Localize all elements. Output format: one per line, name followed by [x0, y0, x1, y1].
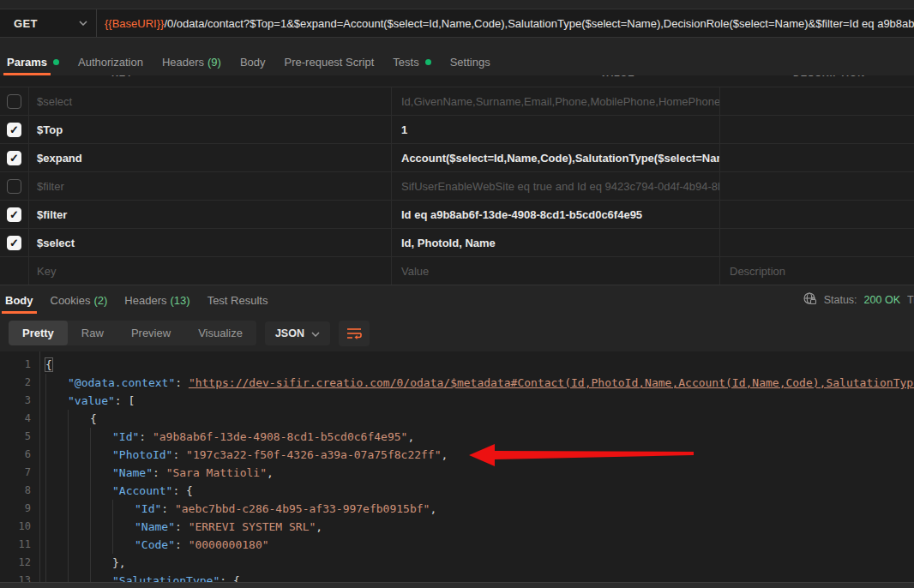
- indent-guide: [90, 446, 91, 464]
- tab-tests[interactable]: Tests: [386, 48, 442, 75]
- odata-context-link[interactable]: "https://dev-sifir.creatio.com/0/odata/$…: [189, 376, 914, 389]
- line-number: 7: [0, 464, 31, 482]
- code-token: "Code": [135, 538, 175, 551]
- code-line: 12},: [0, 554, 914, 572]
- code-token: "Id": [135, 502, 161, 515]
- code-text: "Id": "aebc7bbd-c286-4b95-af33-997efb091…: [135, 500, 436, 518]
- code-token: "ERREVI SYSTEM SRL": [189, 520, 316, 533]
- param-description-cell[interactable]: [720, 144, 914, 171]
- line-number: 11: [0, 536, 31, 554]
- tab-label-group: Headers(13): [124, 286, 189, 314]
- indent-guide: [45, 554, 46, 572]
- response-meta: Status: 200 OK Time: [803, 291, 914, 309]
- tab-label-group: Body: [240, 48, 266, 75]
- param-description-cell[interactable]: [720, 201, 914, 228]
- code-text: "Code": "0000000180": [135, 536, 269, 554]
- tab-headers[interactable]: Headers(9): [155, 48, 233, 75]
- row-checkbox-cell: ✓: [0, 229, 29, 256]
- line-number: 6: [0, 446, 31, 464]
- row-checkbox-cell: [0, 87, 29, 115]
- response-tab-body[interactable]: Body: [0, 285, 45, 315]
- param-value-cell[interactable]: Id,GivenName,Surname,Email,Phone,MobileP…: [392, 87, 720, 115]
- checkbox-unchecked[interactable]: [7, 94, 21, 109]
- response-tab-headers[interactable]: Headers(13): [119, 285, 201, 315]
- code-token: {: [45, 358, 52, 371]
- param-key-cell[interactable]: Key: [29, 257, 392, 285]
- indent-guide: [45, 428, 46, 446]
- response-tab-cookies[interactable]: Cookies(2): [45, 285, 120, 315]
- line-number: 13: [0, 572, 31, 582]
- param-key-cell[interactable]: $Top: [29, 116, 392, 143]
- code-token: "aebc7bbd-c286-4b95-af33-997efb0915bf": [175, 502, 430, 515]
- param-value-cell[interactable]: 1: [392, 116, 720, 143]
- response-header: BodyCookies(2)Headers(13)Test Results St…: [0, 285, 914, 315]
- tab-pre-request-script[interactable]: Pre-request Script: [278, 48, 387, 75]
- status-label: Status:: [824, 294, 857, 306]
- param-key-cell[interactable]: $filter: [29, 172, 392, 200]
- param-key-cell[interactable]: $filter: [29, 201, 392, 228]
- request-url-bar: GET {{BaseURI}}/0/odata/contact?$Top=1&$…: [0, 9, 914, 38]
- table-row: ✓$expandAccount($select=Id,Name,Code),Sa…: [0, 144, 914, 172]
- code-token: ,: [442, 448, 448, 461]
- indent-guide: [90, 482, 91, 500]
- code-token: "value": [68, 394, 115, 407]
- code-token: "Account": [112, 484, 172, 497]
- method-selector[interactable]: GET: [0, 9, 97, 37]
- tab-label: Headers: [124, 294, 166, 307]
- view-mode-raw[interactable]: Raw: [68, 321, 117, 345]
- param-value-cell[interactable]: Value: [392, 257, 720, 285]
- row-checkbox-cell: [0, 257, 29, 285]
- checkbox-checked[interactable]: ✓: [7, 207, 21, 222]
- response-toolbar: PrettyRawPreviewVisualize JSON: [0, 315, 914, 351]
- table-row: $selectId,GivenName,Surname,Email,Phone,…: [0, 87, 914, 116]
- code-line: 5"Id": "a9b8ab6f-13de-4908-8cd1-b5cd0c6f…: [0, 428, 914, 446]
- green-dot-indicator: [425, 59, 431, 65]
- param-value-cell[interactable]: Id eq a9b8ab6f-13de-4908-8cd1-b5cd0c6f4e…: [392, 201, 720, 228]
- code-line: 2"@odata.context": "https://dev-sifir.cr…: [0, 374, 914, 392]
- checkbox-checked[interactable]: ✓: [7, 123, 21, 137]
- tab-label-group: Body: [5, 286, 33, 314]
- param-description-cell[interactable]: [720, 172, 914, 200]
- params-table-header: KEY VALUE DESCRIPTION: [0, 75, 914, 87]
- indent-guide: [68, 518, 69, 536]
- response-tab-test-results[interactable]: Test Results: [202, 285, 280, 315]
- view-mode-pretty[interactable]: Pretty: [9, 321, 68, 345]
- view-mode-visualize[interactable]: Visualize: [184, 321, 256, 345]
- checkbox-unchecked[interactable]: [7, 179, 21, 194]
- param-value-cell[interactable]: SifUserEnableWebSite eq true and Id eq 9…: [392, 172, 720, 200]
- code-line: 4{: [0, 410, 914, 428]
- tab-label: Body: [5, 294, 33, 307]
- indent-guide: [68, 554, 69, 572]
- url-input[interactable]: {{BaseURI}}/0/odata/contact?$Top=1&$expa…: [97, 9, 914, 37]
- param-description-cell[interactable]: Description: [720, 257, 914, 285]
- param-key-cell[interactable]: $select: [29, 87, 392, 115]
- tab-label-group: Headers(9): [162, 48, 221, 75]
- code-text: },: [112, 554, 126, 572]
- param-value-cell[interactable]: Account($select=Id,Name,Code),Salutation…: [392, 144, 720, 171]
- view-mode-switch: PrettyRawPreviewVisualize: [9, 321, 256, 345]
- checkbox-checked[interactable]: ✓: [7, 151, 21, 165]
- code-token: "0000000180": [189, 538, 269, 551]
- checkbox-checked[interactable]: ✓: [7, 236, 21, 250]
- tab-label: Body: [240, 56, 266, 69]
- wrap-text-icon: [346, 327, 362, 339]
- code-token: :: [139, 430, 153, 443]
- tab-params[interactable]: Params: [0, 48, 71, 75]
- view-mode-preview[interactable]: Preview: [117, 321, 184, 345]
- code-token: : {: [219, 574, 239, 582]
- param-key-cell[interactable]: $select: [29, 229, 392, 256]
- param-value-cell[interactable]: Id, PhotoId, Name: [392, 229, 720, 256]
- wrap-text-button[interactable]: [339, 321, 370, 346]
- tab-body[interactable]: Body: [233, 48, 278, 75]
- tab-authorization[interactable]: Authorization: [71, 48, 155, 75]
- code-token: :: [172, 448, 186, 461]
- format-dropdown[interactable]: JSON: [265, 321, 330, 345]
- params-table: KEY VALUE DESCRIPTION $selectId,GivenNam…: [0, 75, 914, 285]
- param-description-cell[interactable]: [720, 116, 914, 143]
- param-description-cell[interactable]: [720, 87, 914, 115]
- param-description-cell[interactable]: [720, 229, 914, 256]
- tab-count-badge: (2): [93, 294, 107, 307]
- row-checkbox-cell: ✓: [0, 201, 29, 228]
- tab-settings[interactable]: Settings: [443, 48, 502, 75]
- param-key-cell[interactable]: $expand: [29, 144, 392, 171]
